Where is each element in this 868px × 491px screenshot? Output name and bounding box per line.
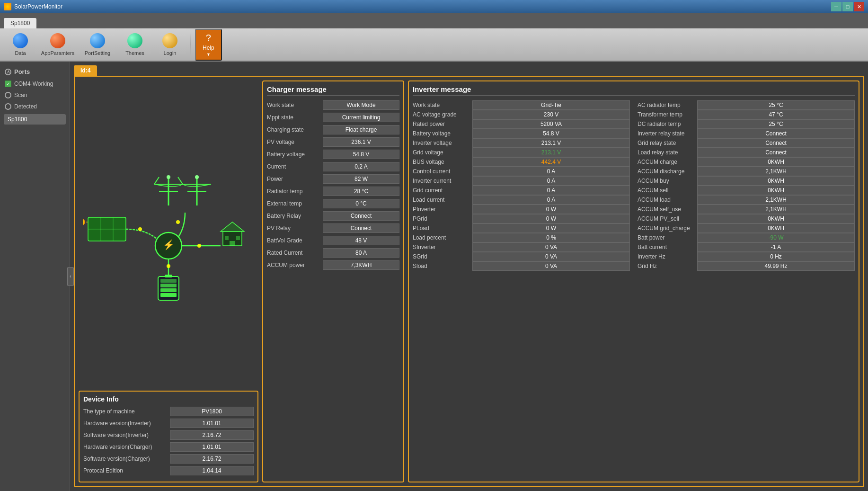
inverter-right-row: ACCUM self_use 2,1KWH: [638, 205, 855, 214]
inverter-section: Inverter message Work state Grid-Tie AC …: [408, 80, 859, 482]
inverter-right-row: ACCUM charge 0KWH: [638, 157, 855, 167]
sidebar-sp1800[interactable]: Sp1800: [4, 114, 66, 125]
device-info-box: Device Info The type of machine PV1800 H…: [79, 391, 258, 482]
inverter-right-row: Load relay state Connect: [638, 148, 855, 157]
help-icon: ?: [206, 33, 211, 44]
inv-right-label-13: ACCUM grid_charge: [638, 225, 694, 232]
inverter-right-column: AC radiator temp 25 °C Transformer temp …: [638, 100, 855, 271]
inverter-left-row: Load current 0 A: [413, 195, 630, 205]
inverter-columns: Work state Grid-Tie AC voltage grade 230…: [413, 100, 855, 271]
inv-left-value-5: 213.1 V: [472, 148, 630, 157]
svg-point-9: [167, 175, 170, 179]
inverter-left-row: Grid voltage 213.1 V: [413, 148, 630, 157]
inv-right-value-11: 2,1KWH: [697, 205, 855, 214]
sidebar-detected[interactable]: Detected: [0, 101, 70, 112]
title-bar: SolarPowerMonitor ─ □ ✕: [0, 0, 868, 13]
help-label: Help: [203, 45, 214, 51]
inv-left-label-7: Control current: [413, 168, 469, 175]
port-setting-button[interactable]: PortSetting: [79, 30, 116, 59]
charger-label-12: Rated Current: [267, 250, 319, 256]
id-tab[interactable]: Id:4: [74, 65, 97, 76]
charger-value-8: 0 °C: [323, 199, 399, 208]
device-info-rows: The type of machine PV1800 Hardware vers…: [83, 407, 254, 475]
charger-label-3: PV voltage: [267, 139, 319, 145]
sidebar-com[interactable]: ✓ COM4-Working: [0, 78, 70, 89]
inv-left-value-16: 0 VA: [472, 252, 630, 261]
inv-left-value-3: 54.8 V: [472, 129, 630, 138]
inv-left-label-6: BUS voltage: [413, 159, 469, 165]
charger-data-row: Radiator temp 28 °C: [267, 187, 399, 196]
com-label: COM4-Working: [14, 80, 53, 87]
title-bar-text: SolarPowerMonitor: [4, 3, 62, 10]
scan-radio[interactable]: [5, 92, 11, 98]
charger-data-row: Power 82 W: [267, 174, 399, 184]
tab-row: Sp1800: [0, 13, 868, 28]
device-info-row: Software version(Inverter) 2.16.72: [83, 430, 254, 440]
device-info-label-3: Hardware version(Charger): [83, 444, 166, 450]
charger-label-7: Radiator temp: [267, 188, 319, 195]
device-info-value-2: 2.16.72: [170, 430, 254, 440]
charger-value-3: 236.1 V: [323, 137, 399, 147]
inv-left-label-5: Grid voltage: [413, 149, 469, 156]
inverter-left-row: SGrid 0 VA: [413, 252, 630, 261]
charger-data-row: Current 0.2 A: [267, 162, 399, 171]
charger-value-1: Current limiting: [323, 113, 399, 122]
port-setting-icon: [90, 33, 105, 48]
svg-rect-30: [160, 288, 177, 292]
inv-right-label-16: Inverter Hz: [638, 253, 694, 260]
minimize-button[interactable]: ─: [831, 2, 841, 11]
close-button[interactable]: ✕: [854, 2, 864, 11]
charger-value-0: Work Mode: [323, 100, 399, 110]
charger-data-row: Rated Current 80 A: [267, 248, 399, 258]
com-checkbox[interactable]: ✓: [5, 80, 11, 87]
device-info-row: Hardware version(Charger) 1.01.01: [83, 442, 254, 452]
charger-data-row: PV voltage 236.1 V: [267, 137, 399, 147]
charger-title: Charger message: [267, 85, 399, 96]
collapse-sidebar-button[interactable]: ‹: [67, 267, 74, 286]
detected-radio[interactable]: [5, 103, 11, 110]
themes-button[interactable]: Themes: [118, 30, 151, 59]
inv-left-value-9: 0 A: [472, 186, 630, 195]
inv-right-label-7: ACCUM discharge: [638, 168, 694, 175]
tab-sp1800[interactable]: Sp1800: [4, 18, 36, 28]
svg-point-35: [197, 244, 201, 248]
charger-data-row: External temp 0 °C: [267, 199, 399, 208]
inverter-right-row: DC radiator temp 25 °C: [638, 119, 855, 129]
charger-value-11: 48 V: [323, 236, 399, 245]
inv-left-value-1: 230 V: [472, 110, 630, 119]
charger-value-9: Connect: [323, 211, 399, 221]
inv-right-label-17: Grid Hz: [638, 263, 694, 269]
inverter-left-row: Inverter current 0 A: [413, 176, 630, 186]
power-diagram: ⚡: [83, 163, 254, 305]
inv-right-value-12: 0KWH: [697, 214, 855, 223]
inv-right-value-4: Connect: [697, 138, 855, 148]
app-params-button[interactable]: AppParamters: [39, 30, 77, 59]
data-button[interactable]: Data: [4, 30, 37, 59]
inv-right-label-3: Inverter relay state: [638, 130, 694, 137]
charger-label-0: Work state: [267, 102, 319, 108]
inverter-right-row: Batt current -1 A: [638, 242, 855, 252]
inverter-left-row: SInverter 0 VA: [413, 242, 630, 252]
charger-data-row: Mppt state Current limiting: [267, 113, 399, 122]
inverter-right-row: Batt power -90 W: [638, 233, 855, 242]
sidebar-scan[interactable]: Scan: [0, 89, 70, 101]
login-button[interactable]: Login: [153, 30, 186, 59]
maximize-button[interactable]: □: [842, 2, 853, 11]
inverter-right-row: AC radiator temp 25 °C: [638, 100, 855, 110]
svg-rect-24: [230, 241, 235, 246]
charger-section: Charger message Work state Work Mode Mpp…: [262, 80, 404, 482]
inv-right-label-15: Batt current: [638, 244, 694, 250]
inv-right-label-4: Grid relay state: [638, 140, 694, 146]
svg-text:⚡: ⚡: [163, 239, 175, 250]
content-area: Id:4: [70, 62, 868, 491]
inv-right-value-7: 2,1KWH: [697, 167, 855, 176]
help-button[interactable]: ? Help ▼: [195, 29, 222, 61]
inverter-left-row: AC voltage grade 230 V: [413, 110, 630, 119]
charger-label-4: Battery voltage: [267, 151, 319, 158]
inverter-right-row: ACCUM buy 0KWH: [638, 176, 855, 186]
inv-right-value-14: -90 W: [697, 233, 855, 242]
sidebar-ports[interactable]: ∧ Ports: [0, 65, 70, 78]
svg-rect-31: [160, 284, 177, 287]
inv-right-value-15: -1 A: [697, 242, 855, 252]
inverter-left-row: Rated power 5200 VA: [413, 119, 630, 129]
